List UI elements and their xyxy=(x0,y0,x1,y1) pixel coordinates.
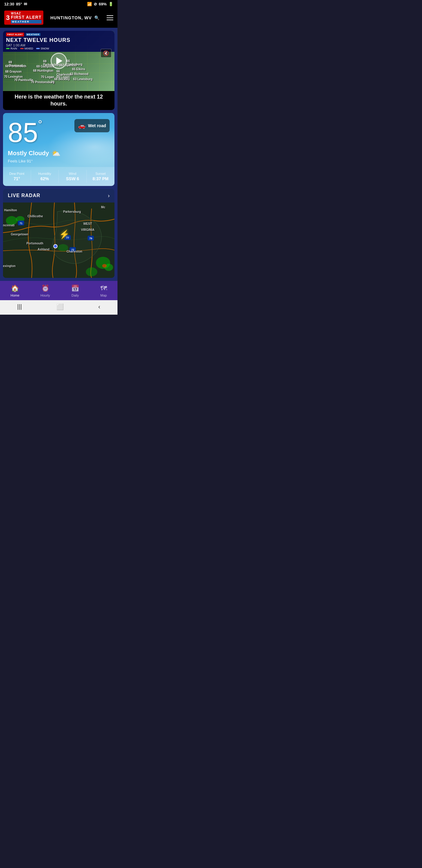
temp-value: 85 xyxy=(8,118,38,148)
home-button[interactable]: ⬜ xyxy=(56,303,64,310)
map-label-chillicothe: Chillicothe xyxy=(27,215,43,218)
menu-line-2 xyxy=(107,18,113,18)
rain-label: RAIN xyxy=(10,47,17,50)
app-logo: 3 WSAZ FIRST ALERT WEATHER xyxy=(4,10,43,25)
battery-icon: 🔋 xyxy=(108,2,113,6)
radar-header[interactable]: LIVE RADAR › xyxy=(3,189,115,203)
hourly-icon: ⏰ xyxy=(41,284,50,292)
stat-humidity: Humidity 62% xyxy=(31,170,59,183)
weather-badge: WEATHER xyxy=(26,33,40,36)
svg-text:71: 71 xyxy=(20,222,23,225)
play-triangle xyxy=(56,57,62,64)
home-icon: 🏠 xyxy=(11,284,19,292)
svg-point-7 xyxy=(102,264,107,268)
map-label-hamilton: Hamilton xyxy=(4,209,17,212)
wet-road-text: Wet road xyxy=(88,123,106,128)
status-left: 12:30 85° ✉ xyxy=(4,2,27,6)
video-banner-top: FIRST ALERT WEATHER xyxy=(6,33,111,36)
map-label-lexington: exington xyxy=(3,264,16,268)
condition-row: Mostly Cloudy ⛅ xyxy=(3,149,115,159)
map-label: Map xyxy=(100,293,107,297)
mixed-dot xyxy=(20,48,24,49)
search-icon[interactable]: 🔍 xyxy=(94,16,100,20)
svg-point-5 xyxy=(86,267,97,276)
video-subtitle: SAT 1:00 AM RAIN MIXED SNOW xyxy=(6,43,111,50)
daily-label: Daily xyxy=(71,293,78,297)
weather-card: 🚗 Wet road 85° Mostly Cloudy ⛅ Feels Lik… xyxy=(3,113,115,186)
map-label-mc: Mc xyxy=(101,206,105,209)
humidity-value: 62% xyxy=(40,176,49,181)
no-disturb-icon: ⊘ xyxy=(94,2,97,6)
video-thumbnail: FIRST ALERT WEATHER NEXT TWELVE HOURS SA… xyxy=(3,31,115,91)
map-label-cincinnati: ncinnati xyxy=(3,224,14,227)
nav-daily[interactable]: 📅 Daily xyxy=(65,283,85,299)
sunset-label: Sunset xyxy=(96,172,106,176)
video-title: NEXT TWELVE HOURS xyxy=(6,37,111,43)
weather-stats: Dew Point 71° Humidity 62% Wind SSW 6 Su… xyxy=(3,167,115,186)
map-label-georgetown: Georgetown xyxy=(11,233,28,236)
svg-text:79: 79 xyxy=(90,237,93,240)
map-icon: 🗺 xyxy=(100,284,107,292)
map-label-west: WEST xyxy=(83,222,92,225)
stat-dew-point: Dew Point 71° xyxy=(3,170,31,183)
battery-level: 69% xyxy=(99,2,107,6)
video-card: FIRST ALERT WEATHER NEXT TWELVE HOURS SA… xyxy=(3,31,115,110)
snow-dot xyxy=(36,48,40,49)
dew-point-value: 71° xyxy=(13,176,20,181)
header: 3 WSAZ FIRST ALERT WEATHER HUNTINGTON, W… xyxy=(0,8,118,28)
bottom-nav: 🏠 Home ⏰ Hourly 📅 Daily 🗺 Map xyxy=(0,281,118,300)
radar-arrow-icon: › xyxy=(108,193,110,199)
hourly-label: Hourly xyxy=(40,293,50,297)
recent-apps-button[interactable]: ||| xyxy=(17,303,22,310)
logo-text-block: WSAZ FIRST ALERT WEATHER xyxy=(11,12,41,24)
map-roads-svg: 71 77 77 79 xyxy=(3,203,115,278)
condition-text: Mostly Cloudy xyxy=(8,150,49,157)
condition-icon: ⛅ xyxy=(52,149,61,158)
logo-alert: FIRST ALERT xyxy=(11,15,41,19)
status-right: 📶 ⊘ 69% 🔋 xyxy=(87,2,113,6)
location-display[interactable]: HUNTINGTON, WV 🔍 xyxy=(50,16,99,20)
map-label-ashland: Ashland xyxy=(38,248,50,251)
time-display: 12:30 xyxy=(4,2,14,6)
main-content: FIRST ALERT WEATHER NEXT TWELVE HOURS SA… xyxy=(0,28,118,281)
wind-value: SSW 6 xyxy=(66,176,79,181)
legend-snow: SNOW xyxy=(36,47,49,50)
legend-mixed: MIXED xyxy=(20,47,33,50)
nav-map[interactable]: 🗺 Map xyxy=(94,283,113,299)
video-banner: FIRST ALERT WEATHER NEXT TWELVE HOURS SA… xyxy=(3,31,115,52)
dew-point-label: Dew Point xyxy=(9,172,24,176)
home-label: Home xyxy=(10,293,19,297)
menu-line-1 xyxy=(107,16,113,16)
logo-number: 3 xyxy=(6,14,10,22)
first-alert-badge: FIRST ALERT xyxy=(6,33,24,36)
mixed-label: MIXED xyxy=(25,47,33,50)
nav-hourly[interactable]: ⏰ Hourly xyxy=(34,283,56,299)
map-label-charleston: Charleston xyxy=(67,250,82,253)
wet-road-badge: 🚗 Wet road xyxy=(74,119,110,132)
stat-sunset: Sunset 8:37 PM xyxy=(87,170,115,183)
logo-weather: WEATHER xyxy=(11,20,41,24)
mute-button[interactable]: 🔇 xyxy=(101,49,111,58)
back-button[interactable]: ‹ xyxy=(98,303,100,310)
video-caption: Here is the weather for the next 12 hour… xyxy=(3,91,115,110)
map-label-parkersburg: Parkersburg xyxy=(63,210,81,213)
weather-main: 🚗 Wet road 85° xyxy=(3,113,115,149)
video-legend: RAIN MIXED SNOW xyxy=(6,47,111,50)
notification-icon: ✉ xyxy=(24,2,27,6)
snow-label: SNOW xyxy=(41,47,49,50)
rain-dot xyxy=(6,48,10,49)
feels-like: Feels Like 91° xyxy=(3,159,115,167)
map-label-virginia: VIRGINIA xyxy=(81,228,94,231)
daily-icon: 📅 xyxy=(71,284,79,292)
temp-unit: ° xyxy=(38,118,42,130)
lightning-icon: ⚡ xyxy=(59,229,70,239)
radar-section: LIVE RADAR › xyxy=(3,189,115,278)
play-button[interactable] xyxy=(51,53,67,69)
nav-home[interactable]: 🏠 Home xyxy=(4,283,25,299)
menu-line-3 xyxy=(107,20,113,20)
stat-wind: Wind SSW 6 xyxy=(59,170,87,183)
radar-map[interactable]: 71 77 77 79 ⚡ Hamilton Chillicothe Parke… xyxy=(3,203,115,278)
radar-title: LIVE RADAR xyxy=(8,193,40,198)
menu-button[interactable] xyxy=(107,16,113,20)
status-bar: 12:30 85° ✉ 📶 ⊘ 69% 🔋 xyxy=(0,0,118,8)
